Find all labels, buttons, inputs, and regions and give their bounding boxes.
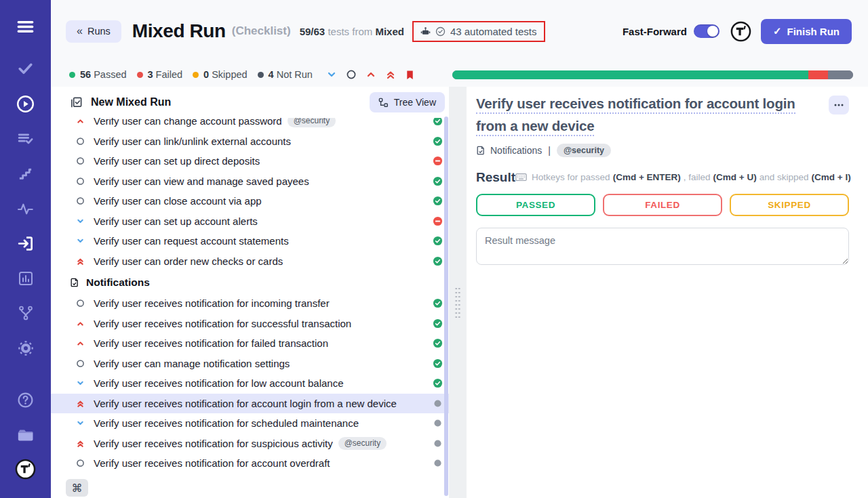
tree-view-icon bbox=[378, 98, 389, 108]
test-row[interactable]: Verify user receives notification for ac… bbox=[51, 394, 449, 414]
status-passed-icon bbox=[433, 236, 443, 246]
testomat-logo[interactable] bbox=[730, 21, 751, 42]
status-failed-icon bbox=[433, 216, 443, 226]
command-shortcut-pill[interactable]: ⌘ bbox=[66, 479, 88, 497]
sidebar-item-menu[interactable] bbox=[0, 18, 51, 36]
test-detail-title[interactable]: Verify user receives notification for ac… bbox=[476, 93, 818, 138]
test-row[interactable]: Verify user can request account statemen… bbox=[51, 231, 449, 251]
skipped-button[interactable]: SKIPPED bbox=[730, 194, 849, 216]
gear-icon bbox=[18, 340, 34, 356]
priority-low-icon bbox=[75, 236, 86, 246]
sidebar-item-projects[interactable] bbox=[0, 426, 51, 444]
test-title: Verify user receives notification for ac… bbox=[94, 457, 330, 469]
status-notrun-icon bbox=[433, 418, 443, 428]
topbar: « Runs Mixed Run (Checklist) 59/63 tests… bbox=[51, 0, 868, 62]
test-row[interactable]: Verify user can change account password@… bbox=[51, 118, 449, 131]
hotkey-failed: (Cmd + U) bbox=[713, 172, 757, 182]
run-stats: 56Passed3Failed0Skipped4Not Run bbox=[69, 69, 313, 80]
filter-circle-icon[interactable] bbox=[346, 69, 357, 80]
priority-normal-icon bbox=[75, 176, 86, 186]
stat-not-run: 4Not Run bbox=[258, 69, 313, 80]
sidebar-item-import[interactable] bbox=[0, 235, 51, 252]
test-title: Verify user can close account via app bbox=[94, 195, 262, 207]
back-to-runs-button[interactable]: « Runs bbox=[66, 20, 121, 43]
result-message-input[interactable] bbox=[476, 228, 849, 265]
test-title: Verify user can manage notification sett… bbox=[94, 358, 290, 369]
sidebar-item-branches[interactable] bbox=[0, 305, 51, 321]
test-title: Verify user can set up account alerts bbox=[94, 215, 258, 227]
status-dot bbox=[258, 72, 264, 78]
security-tag[interactable]: @security bbox=[557, 144, 611, 157]
priority-low-icon bbox=[75, 378, 86, 388]
progress-bar bbox=[452, 70, 853, 79]
test-row[interactable]: Verify user receives notification for su… bbox=[51, 314, 449, 334]
passed-button[interactable]: PASSED bbox=[476, 194, 595, 216]
play-circle-icon bbox=[16, 95, 35, 113]
check-icon bbox=[17, 60, 34, 77]
test-row[interactable]: Verify user can set up account alerts bbox=[51, 211, 449, 232]
sidebar-item-logo[interactable] bbox=[0, 459, 51, 480]
help-icon bbox=[17, 392, 34, 409]
priority-normal-icon bbox=[75, 196, 86, 206]
status-passed-icon bbox=[433, 338, 443, 348]
tree-view-button[interactable]: Tree View bbox=[370, 92, 445, 112]
list-header: New Mixed Run Tree View bbox=[51, 87, 449, 118]
test-row[interactable]: Verify user receives notification for su… bbox=[51, 434, 449, 454]
filter-chevron-down-icon[interactable] bbox=[326, 69, 337, 80]
sidebar-item-tests[interactable] bbox=[0, 60, 51, 77]
status-passed-icon bbox=[433, 136, 443, 146]
filter-bookmark-icon[interactable] bbox=[405, 70, 415, 80]
test-row[interactable]: Verify user receives notification for lo… bbox=[51, 373, 449, 394]
app-window: « Runs Mixed Run (Checklist) 59/63 tests… bbox=[0, 0, 868, 498]
test-title: Verify user receives notification for su… bbox=[94, 438, 333, 449]
test-row[interactable]: Verify user receives notification for sc… bbox=[51, 413, 449, 434]
test-rows: Verify user can change account password@… bbox=[51, 118, 449, 498]
filter-double-chevron-up-icon[interactable] bbox=[385, 69, 396, 80]
fast-forward-label: Fast-Forward bbox=[623, 26, 687, 37]
sidebar-item-analytics[interactable] bbox=[0, 270, 51, 287]
security-tag: @security bbox=[288, 118, 336, 127]
status-dot bbox=[69, 72, 75, 78]
failed-button[interactable]: FAILED bbox=[603, 194, 722, 216]
test-row[interactable]: Verify user can manage notification sett… bbox=[51, 354, 449, 374]
test-row[interactable]: Verify user can link/unlink external acc… bbox=[51, 131, 449, 152]
test-title: Verify user receives notification for in… bbox=[94, 297, 330, 309]
list-scrollbar[interactable] bbox=[444, 117, 448, 496]
test-row[interactable]: Verify user can view and manage saved pa… bbox=[51, 171, 449, 192]
automated-tests-chip: 43 automated tests bbox=[412, 21, 545, 42]
progress-notrun-segment bbox=[828, 70, 853, 79]
breadcrumb-suite[interactable]: Notifications bbox=[490, 145, 542, 156]
test-title: Verify user can set up direct deposits bbox=[94, 155, 260, 167]
test-title: Verify user can request account statemen… bbox=[94, 235, 289, 247]
test-row[interactable]: Verify user receives notification for ac… bbox=[51, 453, 449, 474]
section-header[interactable]: Notifications bbox=[51, 271, 449, 293]
test-row[interactable]: Verify user receives notification for in… bbox=[51, 293, 449, 314]
tests-source-label: Mixed bbox=[375, 26, 404, 37]
finish-run-button[interactable]: ✓ Finish Run bbox=[761, 19, 852, 44]
test-row[interactable]: Verify user can order new checks or card… bbox=[51, 251, 449, 272]
tests-count-value: 59/63 bbox=[300, 26, 326, 37]
run-name: New Mixed Run bbox=[91, 96, 171, 108]
fast-forward-toggle[interactable] bbox=[694, 24, 719, 38]
priority-normal-icon bbox=[75, 358, 86, 369]
stat-skipped: 0Skipped bbox=[193, 69, 247, 80]
main-area: « Runs Mixed Run (Checklist) 59/63 tests… bbox=[51, 0, 868, 498]
test-row[interactable]: Verify user can close account via app bbox=[51, 191, 449, 211]
status-failed-icon bbox=[433, 156, 443, 166]
test-row[interactable]: Verify user receives notification for fa… bbox=[51, 333, 449, 354]
sidebar-item-test-plans[interactable] bbox=[0, 130, 51, 147]
panel-resize-gutter[interactable] bbox=[449, 87, 467, 498]
command-icon: ⌘ bbox=[72, 482, 83, 495]
folder-icon bbox=[16, 426, 35, 444]
steps-icon bbox=[18, 166, 33, 182]
more-options-button[interactable] bbox=[829, 96, 849, 115]
filter-chevron-up-icon[interactable] bbox=[366, 69, 376, 80]
test-row[interactable]: Verify user can set up direct deposits bbox=[51, 151, 449, 171]
test-title: Verify user can link/unlink external acc… bbox=[94, 136, 291, 147]
sidebar-item-runs[interactable] bbox=[0, 95, 51, 113]
sidebar-item-settings[interactable] bbox=[0, 340, 51, 356]
sidebar-item-help[interactable] bbox=[0, 392, 51, 409]
sidebar-item-steps[interactable] bbox=[0, 166, 51, 182]
test-title: Verify user receives notification for ac… bbox=[94, 398, 397, 409]
sidebar-item-pulse[interactable] bbox=[0, 201, 51, 217]
